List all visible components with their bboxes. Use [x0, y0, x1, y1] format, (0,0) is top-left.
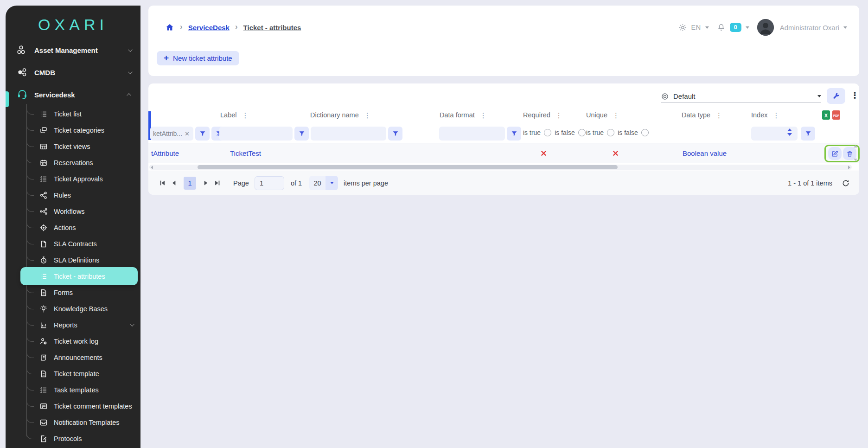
next-page-button[interactable]: [200, 178, 211, 188]
sidebar-item-ticket-comment-templates[interactable]: Ticket comment templates: [6, 398, 140, 414]
horizontal-scrollbar[interactable]: [149, 165, 852, 170]
page-number-input[interactable]: [255, 176, 284, 190]
chevron-down-icon[interactable]: [843, 26, 847, 29]
chevron-down-icon[interactable]: [705, 26, 709, 29]
row-name-link[interactable]: tAttribute: [151, 143, 179, 163]
required-is-false-radio[interactable]: [578, 129, 586, 136]
scroll-right-icon[interactable]: [848, 166, 850, 169]
row-data-type-link[interactable]: Boolean value: [683, 143, 727, 163]
table-row[interactable]: tAttribute TicketTest Boolean value: [148, 143, 859, 163]
column-menu-icon[interactable]: ⋮: [555, 112, 562, 119]
sidebar-item-ticket-work-log[interactable]: Ticket work log: [6, 333, 140, 349]
chevron-down-icon: [817, 95, 821, 97]
scroll-down-icon[interactable]: [854, 159, 857, 161]
spinner-up-icon[interactable]: [787, 128, 792, 131]
scroll-up-icon[interactable]: [854, 145, 857, 147]
row-label-link[interactable]: TicketTest: [230, 143, 261, 163]
column-menu-icon[interactable]: ⋮: [772, 112, 779, 119]
index-spinner[interactable]: [787, 128, 792, 136]
scroll-left-icon[interactable]: [151, 166, 153, 169]
label-filter-button[interactable]: [294, 127, 309, 141]
pagination-bar: 1 Page of 1 20 items per page 1 - 1 of 1…: [148, 171, 859, 195]
data-format-filter-button[interactable]: [507, 127, 521, 141]
edit-row-button[interactable]: [828, 147, 842, 160]
vertical-scrollbar[interactable]: [853, 145, 858, 161]
chevron-down-icon: [128, 70, 133, 74]
column-header-unique[interactable]: Unique ⋮: [586, 111, 619, 119]
column-menu-icon[interactable]: ⋮: [242, 112, 249, 119]
dictionary-name-filter-input[interactable]: [311, 127, 386, 141]
settings-gear-icon[interactable]: [678, 23, 687, 32]
sidebar-item-cmdb[interactable]: CMDB: [6, 61, 140, 83]
chevron-down-icon[interactable]: [746, 26, 749, 29]
horizontal-scrollbar-thumb[interactable]: [198, 165, 618, 169]
sidebar-item-ticket-attributes[interactable]: Ticket - attributes: [6, 268, 140, 284]
language-selector[interactable]: EN: [691, 24, 701, 31]
sidebar-item-sla-contracts[interactable]: SLA Contracts: [6, 236, 140, 252]
sidebar-item-notification-templates[interactable]: Notification Templates: [6, 414, 140, 430]
column-header-dictionary-name[interactable]: Dictionary name ⋮: [310, 111, 371, 119]
sidebar-item-asset-management[interactable]: Asset Management: [6, 39, 140, 61]
index-filter-button[interactable]: [801, 127, 815, 141]
label-filter-input[interactable]: [219, 127, 293, 141]
sidebar-item-forms[interactable]: Forms: [6, 284, 140, 301]
column-menu-icon[interactable]: ⋮: [364, 112, 371, 119]
column-header-data-format[interactable]: Data format ⋮: [440, 111, 487, 119]
stopwatch-icon: [39, 256, 48, 264]
spinner-down-icon[interactable]: [787, 133, 792, 136]
column-header-index[interactable]: Index ⋮: [751, 111, 779, 119]
sidebar-item-rules[interactable]: Rules: [6, 187, 140, 203]
export-excel-icon[interactable]: X: [822, 110, 830, 120]
sidebar-item-actions[interactable]: Actions: [6, 219, 140, 236]
name-filter-apply-button[interactable]: [195, 127, 210, 141]
new-ticket-attribute-button[interactable]: + New ticket attribute: [157, 51, 239, 65]
column-menu-icon[interactable]: ⋮: [715, 112, 722, 119]
required-is-true-radio[interactable]: [544, 129, 551, 136]
export-pdf-icon[interactable]: PDF: [832, 110, 840, 120]
sidebar-item-ticket-approvals[interactable]: Ticket Approvals: [6, 171, 140, 187]
column-header-data-type[interactable]: Data type ⋮: [682, 111, 722, 119]
page-size-dropdown[interactable]: [326, 176, 338, 190]
sidebar-item-ticket-views[interactable]: Ticket views: [6, 138, 140, 154]
user-avatar[interactable]: [757, 19, 774, 36]
sidebar-item-knowledge-bases[interactable]: Knowledge Bases: [6, 301, 140, 317]
column-menu-icon[interactable]: ⋮: [480, 112, 487, 119]
column-header-required[interactable]: Required ⋮: [523, 111, 562, 119]
notification-bell-icon[interactable]: [717, 23, 726, 32]
column-header-label[interactable]: Label ⋮: [220, 111, 249, 119]
data-format-filter-input[interactable]: [439, 127, 505, 141]
sidebar-item-ticket-template[interactable]: Ticket template: [6, 365, 140, 382]
first-page-button[interactable]: [157, 178, 168, 188]
document-pencil-icon: [39, 435, 48, 443]
dictionary-name-filter-button[interactable]: [388, 127, 402, 141]
kebab-menu-icon[interactable]: ⋮: [850, 90, 859, 102]
sidebar-item-protocols[interactable]: Protocols: [6, 430, 140, 447]
page-size-select[interactable]: 20: [309, 176, 338, 190]
column-menu-icon[interactable]: ⋮: [613, 112, 619, 119]
view-selector-dropdown[interactable]: Default: [661, 90, 821, 103]
unique-is-true-radio[interactable]: [607, 129, 614, 136]
unique-is-false-radio[interactable]: [641, 129, 649, 136]
breadcrumb-link-servicedesk[interactable]: ServiceDesk: [188, 24, 230, 32]
sidebar-item-reservations[interactable]: Reservations: [6, 154, 140, 171]
required-is-true-label: is true: [523, 129, 541, 136]
refresh-button[interactable]: [841, 178, 851, 188]
user-name[interactable]: Administrator Oxari: [780, 24, 839, 32]
notification-count-badge[interactable]: 0: [730, 23, 741, 32]
sidebar-item-ticket-list[interactable]: Ticket list: [6, 106, 140, 122]
sidebar-item-servicedesk[interactable]: Servicedesk: [6, 83, 140, 106]
sidebar-item-workflows[interactable]: Workflows: [6, 203, 140, 219]
last-page-button[interactable]: [211, 178, 223, 188]
sidebar-item-sla-definitions[interactable]: SLA Definitions: [6, 252, 140, 268]
sidebar-item-announcements[interactable]: Announcements: [6, 349, 140, 365]
clear-filter-x-icon[interactable]: ✕: [184, 130, 191, 137]
grid-settings-button[interactable]: [827, 88, 845, 104]
previous-page-button[interactable]: [168, 178, 180, 188]
sidebar-item-ticket-categories[interactable]: Ticket categories: [6, 122, 140, 138]
sidebar-item-task-templates[interactable]: Task templates: [6, 382, 140, 398]
brand-logo: OXARI: [6, 6, 140, 39]
name-filter-input[interactable]: ketAttrib... ✕: [150, 127, 193, 141]
sidebar-item-reports[interactable]: Reports: [6, 317, 140, 333]
page-number-button[interactable]: 1: [184, 177, 196, 190]
home-icon[interactable]: [165, 23, 174, 32]
